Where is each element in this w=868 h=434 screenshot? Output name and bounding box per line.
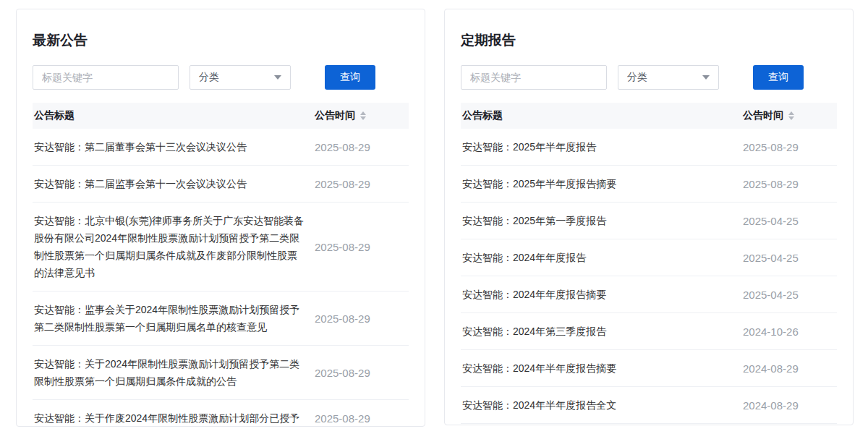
sort-ascending-icon (788, 111, 794, 115)
query-button[interactable]: 查询 (325, 65, 375, 90)
announcement-date: 2024-08-29 (743, 399, 837, 412)
announcement-date: 2025-04-25 (743, 215, 837, 227)
announcement-date: 2024-10-26 (743, 326, 837, 338)
sort-icon (788, 111, 794, 120)
table-body: 安达智能：第二届董事会第十三次会议决议公告 2025-08-29 安达智能：第二… (33, 129, 409, 427)
table-row: 安达智能：关于作废2024年限制性股票激励计划部分已授予 2025-08-29 (33, 400, 409, 427)
filter-bar: 分类 查询 (461, 65, 837, 90)
announcement-date: 2025-08-29 (743, 141, 837, 153)
table-row: 安达智能：关于2024年限制性股票激励计划预留授予第二类限制性股票第一个归属期归… (33, 346, 409, 400)
announcement-title-link[interactable]: 安达智能：第二届董事会第十三次会议决议公告 (33, 138, 315, 156)
category-select-value: 分类 (627, 71, 647, 84)
announcements-table: 公告标题 公告时间 安达智能：第二届董事会第十三次会议决议公告 2025-08-… (33, 103, 409, 427)
announcement-date: 2025-04-25 (743, 289, 837, 301)
table-row: 安达智能：2024年半年度报告全文 2024-08-29 (461, 387, 837, 424)
category-select-value: 分类 (199, 71, 219, 84)
category-select[interactable]: 分类 (618, 65, 719, 90)
table-row: 安达智能：2024年年度报告摘要 2025-04-25 (461, 276, 837, 313)
table-row: 安达智能：2025年半年度报告摘要 2025-08-29 (461, 166, 837, 203)
announcement-title-link[interactable]: 安达智能：2025年第一季度报告 (461, 212, 743, 229)
panel-title: 定期报告 (461, 33, 837, 48)
sort-ascending-icon (360, 111, 366, 115)
query-button[interactable]: 查询 (753, 65, 804, 90)
category-select[interactable]: 分类 (190, 65, 291, 90)
sort-icon (360, 111, 366, 120)
column-header-time-sort[interactable]: 公告时间 (315, 109, 409, 122)
announcement-title-link[interactable]: 安达智能：2025年半年度报告 (461, 138, 743, 156)
table-body: 安达智能：2025年半年度报告 2025-08-29 安达智能：2025年半年度… (461, 129, 837, 424)
table-row: 安达智能：2024年年度报告 2025-04-25 (461, 239, 837, 276)
announcement-date: 2025-04-25 (743, 252, 837, 264)
announcement-date: 2025-08-29 (743, 178, 837, 190)
column-header-time-sort[interactable]: 公告时间 (743, 109, 837, 122)
table-row: 安达智能：第二届董事会第十三次会议决议公告 2025-08-29 (33, 129, 409, 166)
announcement-date: 2025-08-29 (315, 241, 409, 253)
announcement-title-link[interactable]: 安达智能：关于作废2024年限制性股票激励计划部分已授予 (33, 409, 315, 427)
announcement-title-link[interactable]: 安达智能：监事会关于2024年限制性股票激励计划预留授予第二类限制性股票第一个归… (33, 301, 315, 336)
periodic-reports-panel: 定期报告 分类 查询 公告标题 公告时间 安达智能：2025年半年度报告 202… (444, 9, 854, 425)
keyword-input[interactable] (461, 65, 607, 90)
announcement-title-link[interactable]: 安达智能：2024年半年度报告全文 (461, 396, 743, 414)
column-header-title: 公告标题 (461, 109, 743, 122)
keyword-input[interactable] (33, 65, 179, 90)
announcement-date: 2025-08-29 (315, 312, 409, 325)
announcement-title-link[interactable]: 安达智能：2024年年度报告 (461, 249, 743, 266)
column-header-title: 公告标题 (33, 109, 315, 122)
table-row: 安达智能：2025年第一季度报告 2025-04-25 (461, 203, 837, 239)
reports-table: 公告标题 公告时间 安达智能：2025年半年度报告 2025-08-29 安达智… (461, 103, 837, 424)
table-row: 安达智能：监事会关于2024年限制性股票激励计划预留授予第二类限制性股票第一个归… (33, 292, 409, 346)
announcement-title-link[interactable]: 安达智能：北京中银(东莞)律师事务所关于广东安达智能装备股份有限公司2024年限… (33, 212, 315, 281)
announcement-date: 2025-08-29 (315, 141, 409, 153)
sort-descending-icon (360, 116, 366, 120)
table-row: 安达智能：第二届监事会第十一次会议决议公告 2025-08-29 (33, 166, 409, 203)
table-row: 安达智能：2024年半年度报告摘要 2024-08-29 (461, 350, 837, 387)
table-row: 安达智能：2025年半年度报告 2025-08-29 (461, 129, 837, 166)
announcement-title-link[interactable]: 安达智能：2024年半年度报告摘要 (461, 359, 743, 377)
announcement-title-link[interactable]: 安达智能：2024年第三季度报告 (461, 323, 743, 340)
announcement-date: 2025-08-29 (315, 178, 409, 190)
table-row: 安达智能：北京中银(东莞)律师事务所关于广东安达智能装备股份有限公司2024年限… (33, 203, 409, 292)
announcement-title-link[interactable]: 安达智能：2024年年度报告摘要 (461, 286, 743, 303)
table-header: 公告标题 公告时间 (461, 103, 837, 129)
table-row: 安达智能：2024年第三季度报告 2024-10-26 (461, 313, 837, 350)
chevron-down-icon (702, 75, 710, 80)
announcement-title-link[interactable]: 安达智能：2025年半年度报告摘要 (461, 175, 743, 192)
announcement-date: 2025-08-29 (315, 412, 409, 425)
announcement-title-link[interactable]: 安达智能：第二届监事会第十一次会议决议公告 (33, 175, 315, 192)
chevron-down-icon (274, 75, 281, 80)
announcement-title-link[interactable]: 安达智能：关于2024年限制性股票激励计划预留授予第二类限制性股票第一个归属期归… (33, 355, 315, 390)
table-header: 公告标题 公告时间 (33, 103, 409, 129)
column-header-time-label: 公告时间 (743, 109, 783, 122)
announcement-date: 2025-08-29 (315, 367, 409, 379)
latest-announcements-panel: 最新公告 分类 查询 公告标题 公告时间 安达智能：第二届董事会第十三次会议决议… (16, 9, 425, 427)
sort-descending-icon (788, 116, 794, 120)
filter-bar: 分类 查询 (33, 65, 409, 90)
announcement-date: 2024-08-29 (743, 362, 837, 375)
panel-title: 最新公告 (33, 33, 409, 48)
column-header-time-label: 公告时间 (315, 109, 355, 122)
